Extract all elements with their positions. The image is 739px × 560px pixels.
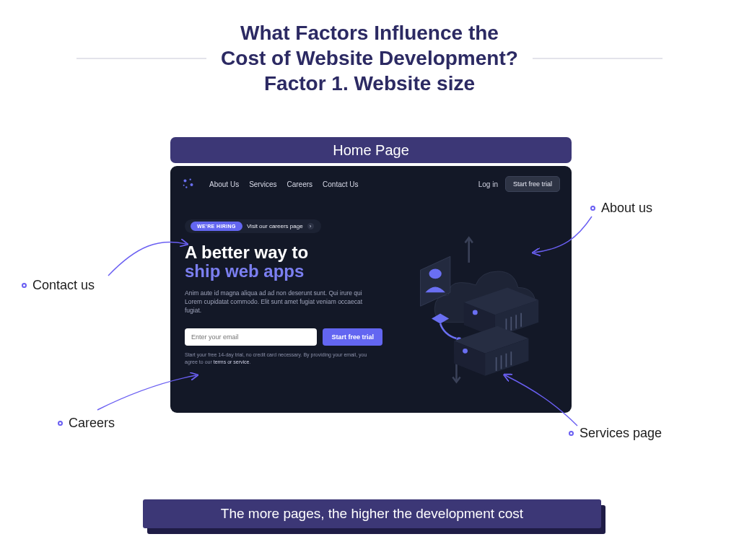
hero-heading-line-2: ship web apps [185, 261, 304, 281]
annotation-about-us-text: About us [601, 201, 652, 216]
title-line-3: Factor 1. Website size [264, 72, 475, 95]
cta-button[interactable]: Start free trial [323, 328, 382, 346]
hero-heading: A better way to ship web apps [185, 243, 382, 281]
footer-statement: The more pages, the higher the developme… [143, 499, 601, 528]
annotation-services: Services page [569, 426, 662, 441]
header-row: What Factors Influence the Cost of Websi… [0, 0, 739, 96]
hero-heading-line-1: A better way to [185, 242, 308, 262]
divider-left [76, 58, 206, 59]
annotation-careers: Careers [58, 416, 115, 431]
bullet-icon [58, 421, 63, 426]
hiring-badge: WE'RE HIRING [191, 222, 242, 231]
hiring-pill[interactable]: WE'RE HIRING Visit our careers page [185, 219, 321, 233]
disclaimer-text-c: . [250, 359, 251, 364]
svg-point-1 [190, 179, 191, 180]
mockup-navbar: About Us Services Careers Contact Us Log… [170, 166, 572, 192]
nav-careers[interactable]: Careers [287, 180, 313, 188]
annotation-contact-us-text: Contact us [32, 278, 95, 293]
divider-right [533, 58, 663, 59]
email-input[interactable] [185, 328, 317, 346]
annotation-contact-us: Contact us [22, 278, 95, 293]
nav-contact[interactable]: Contact Us [323, 180, 358, 188]
terms-link[interactable]: terms or service [214, 359, 250, 364]
start-trial-button[interactable]: Start free trial [505, 176, 560, 192]
chevron-right-icon [307, 223, 314, 229]
website-mockup: About Us Services Careers Contact Us Log… [170, 166, 572, 413]
annotation-careers-text: Careers [69, 416, 115, 431]
svg-point-3 [185, 186, 187, 188]
hiring-link-text: Visit our careers page [247, 223, 303, 229]
login-link[interactable]: Log in [478, 180, 498, 188]
bullet-icon [22, 283, 27, 288]
svg-point-20 [463, 349, 468, 354]
logo-icon [182, 178, 195, 191]
nav-links: About Us Services Careers Contact Us [209, 180, 359, 188]
disclaimer: Start your free 14-day trial, no credit … [185, 351, 372, 366]
svg-point-6 [429, 269, 441, 279]
home-page-label: Home Page [170, 137, 572, 163]
annotation-services-text: Services page [580, 426, 662, 441]
annotation-about-us: About us [590, 201, 652, 216]
bullet-icon [590, 206, 595, 211]
hero-illustration [395, 214, 557, 401]
title-line-1: What Factors Influence the [240, 22, 499, 44]
hero-section: WE'RE HIRING Visit our careers page A be… [170, 192, 572, 401]
svg-point-2 [191, 183, 193, 186]
footer-statement-text: The more pages, the higher the developme… [221, 506, 523, 522]
bullet-icon [569, 431, 574, 436]
nav-about[interactable]: About Us [209, 180, 239, 188]
svg-point-4 [183, 185, 185, 186]
svg-point-0 [184, 180, 187, 183]
hero-paragraph: Anim aute id magna aliqua ad ad non dese… [185, 289, 372, 315]
disclaimer-text-a: Start your free 14-day trial, no credit … [185, 352, 367, 364]
main-title: What Factors Influence the Cost of Websi… [221, 20, 518, 96]
svg-point-12 [473, 310, 478, 315]
nav-services[interactable]: Services [249, 180, 276, 188]
home-page-label-text: Home Page [333, 142, 409, 159]
title-line-2: Cost of Website Development? [221, 47, 518, 69]
